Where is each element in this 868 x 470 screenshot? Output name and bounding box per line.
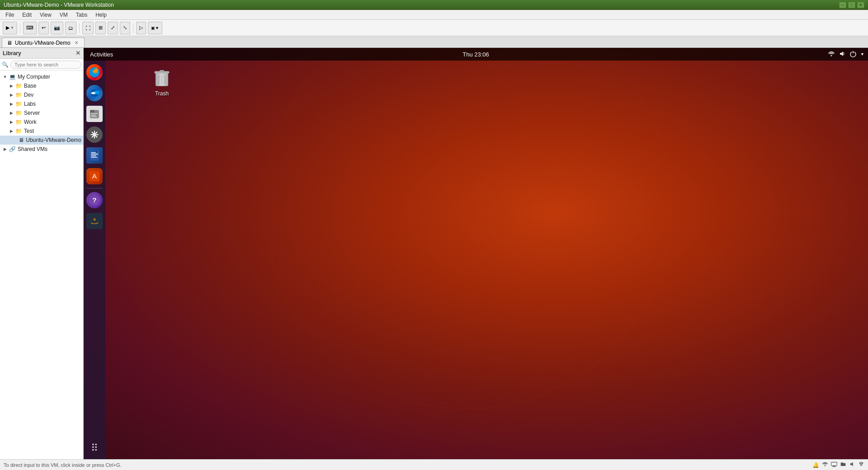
- send-keys-icon: ⌨: [26, 25, 33, 31]
- sidebar-item-ubuntu-vmware-demo[interactable]: 🖥 Ubuntu-VMware-Demo: [0, 136, 83, 145]
- expand-icon-dev: ▶: [8, 93, 14, 97]
- sidebar-item-label-my-computer: My Computer: [18, 74, 50, 80]
- network-icon[interactable]: [828, 50, 835, 59]
- close-button[interactable]: ✕: [857, 2, 864, 8]
- menu-edit[interactable]: Edit: [19, 11, 35, 19]
- fit-guest-button[interactable]: ⤢: [108, 22, 118, 34]
- menu-help[interactable]: Help: [92, 11, 110, 19]
- expand-icon-base: ▶: [8, 84, 14, 88]
- computer-icon: 💻: [9, 74, 16, 80]
- fit-window-button[interactable]: ⤡: [120, 22, 130, 34]
- vm-shared-folder-icon[interactable]: [840, 461, 846, 469]
- tab-label: Ubuntu-VMware-Demo: [15, 40, 71, 46]
- svg-rect-8: [91, 115, 96, 116]
- menu-file[interactable]: File: [2, 11, 18, 19]
- sidebar-item-label-base: Base: [24, 83, 36, 89]
- search-input[interactable]: [10, 61, 81, 69]
- statusbar: To direct input to this VM, click inside…: [0, 459, 868, 470]
- svg-rect-25: [160, 70, 164, 72]
- vm-connect-icon[interactable]: [831, 461, 837, 469]
- expand-icon-test: ▶: [8, 129, 14, 133]
- launcher-help[interactable]: ?: [85, 191, 104, 209]
- enter-vm-button[interactable]: ▷: [136, 22, 146, 34]
- network-status-icon[interactable]: [822, 461, 828, 469]
- search-icon: 🔍: [2, 61, 9, 68]
- launcher-files[interactable]: [85, 105, 104, 123]
- menu-view[interactable]: View: [36, 11, 55, 19]
- bg-circle-2: [400, 93, 671, 364]
- fullscreen-button[interactable]: ⛶: [82, 22, 94, 34]
- statusbar-message: To direct input to this VM, click inside…: [4, 462, 122, 468]
- vm-usb-icon[interactable]: [858, 461, 864, 469]
- launcher-separator: [86, 188, 103, 188]
- toolbar-separator-1: [20, 23, 20, 33]
- help-icon: ?: [86, 192, 103, 208]
- statusbar-right: 🔔: [812, 461, 864, 469]
- launcher-thunderbird[interactable]: [85, 84, 104, 102]
- notification-icon[interactable]: 🔔: [812, 462, 819, 468]
- snapshot-take-icon: 📷: [54, 25, 60, 31]
- systray-dropdown-arrow[interactable]: ▼: [860, 52, 864, 56]
- send-ctrl-alt-del-button[interactable]: ⌨: [23, 22, 37, 34]
- vm-icon-ubuntu: 🖥: [19, 137, 24, 143]
- launcher-settings[interactable]: [85, 126, 104, 144]
- tab-ubuntu-vmware-demo[interactable]: 🖥 Ubuntu-VMware-Demo ✕: [2, 38, 85, 47]
- power-status-icon[interactable]: [849, 50, 857, 59]
- sidebar-search-area: 🔍: [0, 59, 83, 70]
- desktop-icons-area: Trash: [110, 61, 868, 459]
- sidebar-item-label-shared: Shared VMs: [18, 146, 47, 152]
- menu-tabs[interactable]: Tabs: [72, 11, 91, 19]
- svg-text:A: A: [92, 172, 97, 180]
- vm-desktop-area[interactable]: Activities Thu 23:06: [84, 48, 868, 459]
- snapshot-manager-button[interactable]: 🗂: [65, 22, 76, 34]
- folder-icon-test: 📁: [15, 128, 22, 134]
- ubuntu-activities-button[interactable]: Activities: [87, 50, 116, 59]
- tab-close-button[interactable]: ✕: [73, 40, 80, 46]
- sidebar-item-label-labs: Labs: [24, 101, 36, 107]
- svg-point-0: [831, 55, 832, 56]
- svg-point-29: [825, 465, 826, 466]
- power-button[interactable]: ▶ ▼: [3, 22, 17, 34]
- launcher-ubuntu-software[interactable]: A: [85, 167, 104, 185]
- sidebar-item-work[interactable]: ▶ 📁 Work: [0, 118, 83, 127]
- sidebar-item-labs[interactable]: ▶ 📁 Labs: [0, 99, 83, 108]
- sidebar-item-label-test: Test: [24, 128, 34, 134]
- thunderbird-icon: [86, 85, 103, 101]
- apps-grid-icon: ⠿: [91, 442, 98, 454]
- sidebar-item-dev[interactable]: ▶ 📁 Dev: [0, 90, 83, 99]
- volume-icon[interactable]: [839, 50, 846, 59]
- launcher-firefox[interactable]: [85, 63, 104, 81]
- ubuntu-desktop[interactable]: Activities Thu 23:06: [84, 48, 868, 459]
- sidebar-item-server[interactable]: ▶ 📁 Server: [0, 108, 83, 118]
- bg-circle-3: [197, 138, 377, 319]
- sidebar-item-my-computer[interactable]: ▼ 💻 My Computer: [0, 72, 83, 81]
- snapshot-revert-button[interactable]: ↩: [38, 22, 49, 34]
- menu-vm[interactable]: VM: [56, 11, 71, 19]
- expand-icon-server: ▶: [8, 111, 14, 115]
- vmtools-button[interactable]: ▣▼: [148, 22, 162, 34]
- sidebar-item-test[interactable]: ▶ 📁 Test: [0, 127, 83, 136]
- toolbar-separator-3: [133, 23, 133, 33]
- desktop-icon-trash[interactable]: Trash: [146, 67, 178, 97]
- launcher-libreoffice[interactable]: [85, 146, 104, 164]
- vm-audio-icon[interactable]: [849, 461, 855, 469]
- minimize-button[interactable]: ─: [839, 2, 846, 8]
- unity-button[interactable]: ⊞: [95, 22, 106, 34]
- launcher-amazon[interactable]: a: [85, 212, 104, 230]
- shared-icon: 🔗: [9, 146, 16, 152]
- ubuntu-software-icon: A: [86, 168, 103, 184]
- folder-icon-labs: 📁: [15, 101, 22, 107]
- power-dropdown-arrow: ▼: [10, 26, 14, 30]
- restore-button[interactable]: □: [848, 2, 855, 8]
- sidebar-item-shared-vms[interactable]: ▶ 🔗 Shared VMs: [0, 145, 83, 154]
- svg-rect-7: [91, 113, 98, 114]
- snapshot-take-button[interactable]: 📷: [51, 22, 63, 34]
- sidebar-item-base[interactable]: ▶ 📁 Base: [0, 81, 83, 90]
- sidebar-close-button[interactable]: ✕: [75, 50, 80, 56]
- unity-icon: ⊞: [99, 25, 103, 31]
- ubuntu-systray: ▼: [828, 50, 864, 59]
- folder-icon-server: 📁: [15, 110, 22, 116]
- expand-icon-work: ▶: [8, 120, 14, 124]
- launcher-apps-grid-button[interactable]: ⠿: [85, 439, 104, 457]
- folder-icon-work: 📁: [15, 119, 22, 125]
